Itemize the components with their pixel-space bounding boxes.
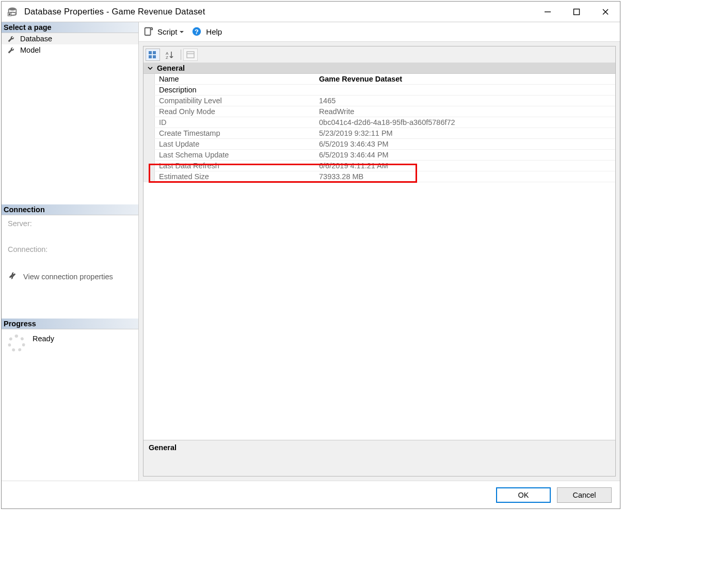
row-gutter (143, 74, 155, 84)
script-label: Script (157, 27, 177, 36)
chevron-down-icon (179, 27, 184, 36)
ok-button[interactable]: OK (496, 487, 551, 503)
svg-rect-8 (145, 27, 151, 35)
property-value[interactable]: 0bc041c4-d2d6-4a18-95fb-a360f5786f72 (315, 117, 615, 128)
property-row[interactable]: NameGame Revenue Dataset (143, 74, 615, 85)
property-row[interactable]: Compatibility Level1465 (143, 96, 615, 106)
view-connection-properties-link[interactable]: View connection properties (8, 271, 132, 282)
property-grid-toolbar: A Z (143, 46, 615, 63)
dialog-window: Database Properties - Game Revenue Datas… (1, 1, 620, 509)
connection-props-icon (8, 271, 18, 282)
row-gutter (143, 96, 155, 106)
row-gutter (143, 171, 155, 182)
row-gutter (143, 139, 155, 149)
svg-text:Z: Z (166, 55, 168, 59)
progress-status: Ready (33, 335, 54, 343)
help-section-label: General (149, 443, 177, 452)
wrench-icon (7, 45, 16, 55)
svg-rect-14 (153, 55, 156, 58)
help-button[interactable]: ? Help (192, 26, 222, 38)
help-icon: ? (192, 26, 203, 38)
property-row[interactable]: Description (143, 85, 615, 96)
svg-point-0 (9, 7, 17, 10)
sidebar-item-database[interactable]: Database (2, 33, 138, 44)
property-label: Compatibility Level (155, 96, 315, 106)
categorized-button[interactable] (146, 49, 160, 61)
close-button[interactable] (591, 2, 620, 22)
svg-rect-13 (149, 55, 152, 58)
property-row[interactable]: Create Timestamp5/23/2019 9:32:11 PM (143, 128, 615, 139)
property-label: Description (155, 85, 315, 95)
property-value[interactable]: 6/5/2019 3:46:44 PM (315, 150, 615, 160)
sidebar: Select a page Database Model Connection (2, 22, 139, 481)
window-title: Database Properties - Game Revenue Datas… (24, 7, 205, 17)
property-value[interactable]: 73933.28 MB (315, 171, 615, 182)
svg-rect-12 (153, 51, 156, 54)
alphabetical-button[interactable]: A Z (162, 49, 177, 61)
property-rows: NameGame Revenue DatasetDescriptionCompa… (143, 74, 615, 182)
svg-text:?: ? (195, 27, 199, 35)
svg-rect-11 (149, 51, 152, 54)
property-label: Read Only Mode (155, 106, 315, 117)
titlebar: Database Properties - Game Revenue Datas… (2, 2, 620, 22)
help-label: Help (206, 27, 222, 36)
category-header-general[interactable]: General (143, 63, 615, 74)
sidebar-item-model[interactable]: Model (2, 44, 138, 56)
property-grid: A Z (143, 46, 616, 476)
connection-header: Connection (2, 204, 138, 215)
main-panel: Script ? Help (139, 22, 620, 481)
property-value[interactable]: 1465 (315, 96, 615, 106)
cancel-button[interactable]: Cancel (557, 487, 612, 503)
property-label: Last Update (155, 139, 315, 149)
property-label: Create Timestamp (155, 128, 315, 138)
property-row[interactable]: Last Schema Update6/5/2019 3:46:44 PM (143, 150, 615, 161)
property-value[interactable]: 5/23/2019 9:32:11 PM (315, 128, 615, 138)
category-label: General (157, 64, 185, 72)
row-gutter (143, 150, 155, 160)
svg-rect-17 (187, 52, 194, 58)
progress-header: Progress (2, 319, 138, 329)
property-row[interactable]: ID0bc041c4-d2d6-4a18-95fb-a360f5786f72 (143, 117, 615, 128)
server-label: Server: (8, 219, 132, 228)
row-gutter (143, 85, 155, 95)
progress-spinner-icon (8, 335, 25, 352)
property-label: ID (155, 117, 315, 128)
row-gutter (143, 128, 155, 138)
page-list: Database Model (2, 33, 138, 204)
property-label: Estimated Size (155, 171, 315, 182)
minimize-button[interactable] (533, 2, 562, 22)
property-label: Last Data Refresh (155, 161, 315, 171)
property-value[interactable]: 6/6/2019 4:11:21 AM (315, 161, 615, 171)
view-connection-properties-label: View connection properties (23, 273, 113, 281)
script-icon (143, 26, 154, 38)
expander-icon (147, 65, 154, 72)
dialog-footer: OK Cancel (2, 481, 620, 508)
wrench-icon (7, 34, 16, 43)
property-row[interactable]: Estimated Size73933.28 MB (143, 171, 615, 182)
maximize-button[interactable] (562, 2, 591, 22)
select-page-header: Select a page (2, 22, 138, 33)
main-toolbar: Script ? Help (139, 22, 620, 42)
property-row[interactable]: Last Update6/5/2019 3:46:43 PM (143, 139, 615, 150)
property-value[interactable] (315, 85, 615, 95)
property-row[interactable]: Last Data Refresh6/6/2019 4:11:21 AM (143, 161, 615, 171)
row-gutter (143, 106, 155, 117)
property-value[interactable]: ReadWrite (315, 106, 615, 117)
property-help-panel: General (143, 440, 615, 476)
sidebar-item-label: Model (20, 46, 41, 54)
property-label: Name (155, 74, 315, 84)
row-gutter (143, 117, 155, 128)
property-value[interactable]: 6/5/2019 3:46:43 PM (315, 139, 615, 149)
connection-label: Connection: (8, 245, 132, 253)
property-value[interactable]: Game Revenue Dataset (315, 74, 615, 84)
database-icon (6, 5, 19, 19)
sidebar-item-label: Database (20, 35, 52, 43)
property-row[interactable]: Read Only ModeReadWrite (143, 106, 615, 117)
script-button[interactable]: Script (143, 26, 184, 38)
svg-rect-5 (574, 9, 580, 14)
property-pages-button[interactable] (183, 49, 198, 61)
row-gutter (143, 161, 155, 171)
property-label: Last Schema Update (155, 150, 315, 160)
